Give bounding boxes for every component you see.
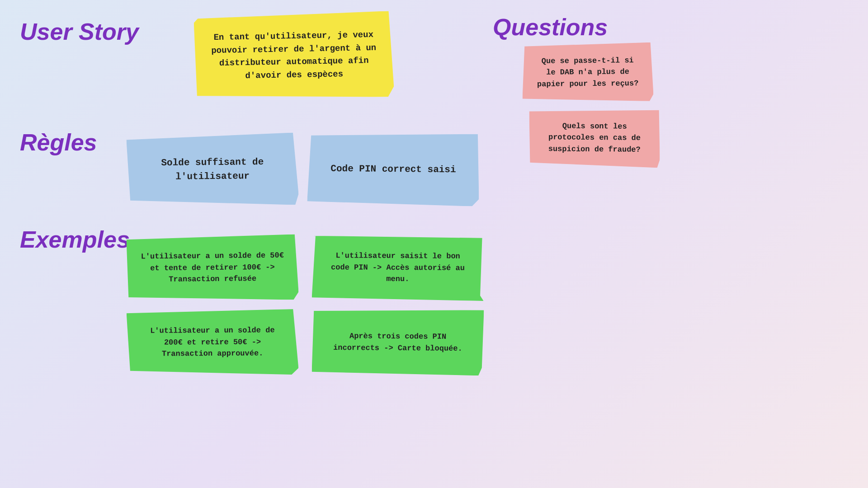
exemple-note-4: Après trois codes PIN incorrects -> Cart… <box>311 309 484 376</box>
exemples-label: Exemples <box>20 226 130 253</box>
question-note-2: Quels sont les protocoles en cas de susp… <box>528 108 660 168</box>
regle-note-1: Solde suffisant de l'utilisateur <box>126 132 298 206</box>
user-story-note: En tant qu'utilisateur, je veux pouvoir … <box>193 11 394 100</box>
regles-label: Règles <box>20 129 97 156</box>
user-story-label: User Story <box>20 18 139 45</box>
questions-label: Questions <box>493 14 608 41</box>
question-note-1: Que se passe-t-il si le DAB n'a plus de … <box>522 42 653 103</box>
exemple-note-2: L'utilisateur saisit le bon code PIN -> … <box>312 235 484 301</box>
regle-note-2: Code PIN correct saisi <box>307 132 479 206</box>
exemple-note-3: L'utilisateur a un solde de 200€ et reti… <box>127 309 299 375</box>
exemple-note-1: L'utilisateur a un solde de 50€ et tente… <box>126 234 298 301</box>
